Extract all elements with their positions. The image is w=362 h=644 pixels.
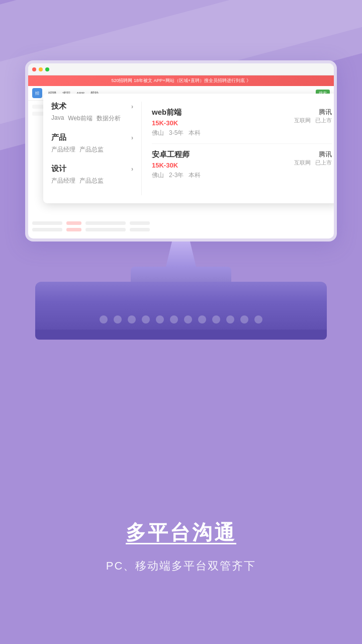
- job-salary-0: 15K-30K: [152, 119, 201, 127]
- platform: [35, 282, 327, 340]
- job-meta-1: 佛山 2-3年 本科: [152, 171, 201, 180]
- job-company-1: 腾讯 互联网 已上市: [294, 150, 332, 167]
- platform-dot: [198, 315, 206, 324]
- platform-dot: [128, 315, 136, 324]
- tag-pd: 产品总监: [79, 145, 104, 154]
- job-title-0: web前端: [152, 108, 201, 117]
- monitor-base: [131, 267, 231, 282]
- dot-green: [45, 67, 49, 71]
- monitor-screen: 520招聘网 18年被文 APP+网站（区域+直聘）搜全员招聘进行到底 》 招 …: [25, 60, 337, 242]
- job-list: web前端 15K-30K 佛山 3-5年 本科: [142, 102, 332, 195]
- platform-dot: [226, 315, 234, 324]
- text-section: 多平台沟通 PC、移动端多平台双管齐下: [30, 519, 332, 574]
- platform-dot: [212, 315, 220, 324]
- dot-red: [32, 67, 36, 71]
- job-item-1: 安卓工程师 15K-30K 佛山 2-3年 本科: [152, 144, 332, 186]
- browser-bar: [28, 63, 334, 75]
- cat-tech-arrow: ›: [131, 103, 133, 110]
- tag-java: Java: [51, 114, 64, 123]
- job-company-0: 腾讯 互联网 已上市: [294, 108, 332, 124]
- category-list: 技术 › Java Web前端 数据分析 产品 ›: [51, 102, 142, 195]
- site-logo: 招: [32, 88, 42, 98]
- platform-dots: [35, 315, 327, 324]
- main-title: 多平台沟通: [126, 519, 236, 546]
- tag-pm: 产品经理: [51, 145, 75, 154]
- job-title-1: 安卓工程师: [152, 150, 201, 159]
- tag-design-pm: 产品经理: [51, 177, 75, 185]
- platform-top: [35, 282, 327, 302]
- job-item-0: web前端 15K-30K 佛山 3-5年 本科: [152, 102, 332, 144]
- monitor-neck: [166, 242, 196, 267]
- platform-dot: [114, 315, 122, 324]
- company-tags-1: 互联网 已上市: [294, 159, 332, 167]
- job-salary-1: 15K-30K: [152, 162, 201, 169]
- platform-dot: [170, 315, 178, 324]
- cat-design-title: 设计: [51, 164, 66, 174]
- platform-bottom: [35, 330, 327, 340]
- dot-yellow: [39, 67, 43, 71]
- platform-dot: [142, 315, 150, 324]
- platform-dot: [100, 315, 108, 324]
- cat-tech-title: 技术: [51, 102, 66, 111]
- platform-dot: [240, 315, 248, 324]
- cat-product-arrow: ›: [131, 134, 133, 141]
- site-bg-content-bottom: [28, 217, 334, 238]
- platform-dot: [156, 315, 164, 324]
- category-product: 产品 › 产品经理 产品总监: [51, 133, 133, 154]
- company-tags-0: 互联网 已上市: [294, 117, 332, 124]
- tag-web: Web前端: [68, 114, 92, 123]
- monitor-illustration: 520招聘网 18年被文 APP+网站（区域+直聘）搜全员招聘进行到底 》 招 …: [25, 60, 337, 340]
- category-tech: 技术 › Java Web前端 数据分析: [51, 102, 133, 123]
- tag-design-pd: 产品总监: [79, 177, 104, 185]
- cat-product-title: 产品: [51, 133, 66, 142]
- sub-title: PC、移动端多平台双管齐下: [30, 558, 332, 574]
- platform-dot: [254, 315, 262, 324]
- job-popup: 技术 › Java Web前端 数据分析 产品 ›: [43, 94, 337, 203]
- job-meta-0: 佛山 3-5年 本科: [152, 129, 201, 137]
- site-banner: 520招聘网 18年被文 APP+网站（区域+直聘）搜全员招聘进行到底 》: [28, 75, 334, 86]
- category-design: 设计 › 产品经理 产品总监: [51, 164, 133, 185]
- tag-data: 数据分析: [97, 114, 121, 123]
- platform-dot: [184, 315, 192, 324]
- platform-body: [35, 302, 327, 330]
- cat-design-arrow: ›: [131, 166, 133, 173]
